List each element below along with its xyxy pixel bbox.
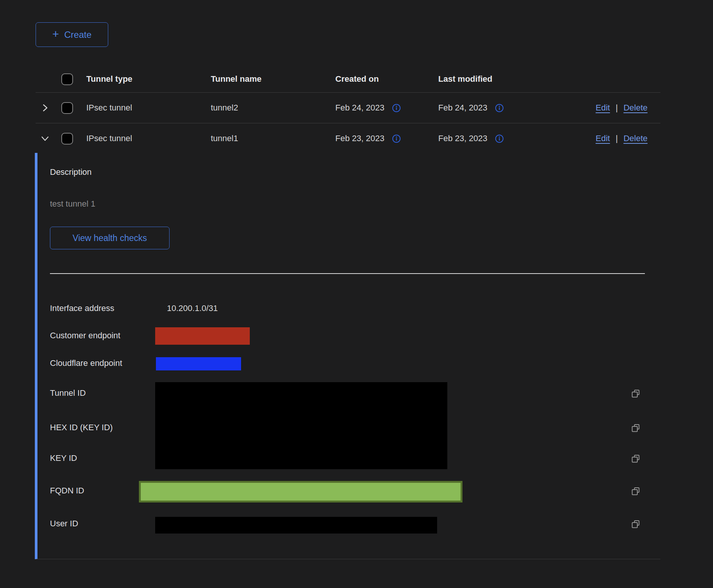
action-separator: | <box>616 134 618 143</box>
edit-link[interactable]: Edit <box>596 134 610 143</box>
copy-fqdn-id-button[interactable] <box>630 486 641 496</box>
edit-link[interactable]: Edit <box>596 103 610 113</box>
copy-user-id-button[interactable] <box>630 519 641 529</box>
interface-address-label: Interface address <box>50 303 114 313</box>
last-modified-cell: Feb 24, 2023 <box>438 103 487 113</box>
chevron-down-icon[interactable] <box>40 134 50 143</box>
section-divider <box>50 273 645 274</box>
info-icon[interactable] <box>495 104 504 112</box>
info-icon[interactable] <box>495 134 504 143</box>
info-icon[interactable] <box>392 104 401 112</box>
table-row-tunnel1: IPsec tunnel tunnel1 Feb 23, 2023 Feb 23… <box>36 123 660 154</box>
hex-id-label: HEX ID (KEY ID) <box>50 423 113 432</box>
row-checkbox-tunnel2[interactable] <box>61 102 73 114</box>
user-id-label: User ID <box>50 519 78 529</box>
key-id-label: KEY ID <box>50 453 77 463</box>
description-value: test tunnel 1 <box>50 199 95 209</box>
copy-key-id-button[interactable] <box>630 453 641 464</box>
tunnel-type-cell: IPsec tunnel <box>86 103 211 113</box>
column-header-last-modified: Last modified <box>438 74 583 84</box>
description-label: Description <box>50 167 92 177</box>
column-header-tunnel-name: Tunnel name <box>211 74 335 84</box>
view-health-checks-button[interactable]: View health checks <box>50 227 170 249</box>
tunnel-type-cell: IPsec tunnel <box>86 134 211 143</box>
customer-endpoint-redacted-value <box>155 327 250 345</box>
created-on-cell: Feb 24, 2023 <box>335 103 385 113</box>
column-header-tunnel-type: Tunnel type <box>86 74 211 84</box>
delete-link[interactable]: Delete <box>623 134 648 143</box>
table-row-tunnel2: IPsec tunnel tunnel2 Feb 24, 2023 Feb 24… <box>36 93 660 123</box>
action-separator: | <box>616 103 618 113</box>
plus-icon: + <box>52 28 59 40</box>
fqdn-id-label: FQDN ID <box>50 486 84 496</box>
select-all-checkbox[interactable] <box>61 73 73 85</box>
tunnel-name-cell: tunnel2 <box>211 103 335 113</box>
copy-hex-id-button[interactable] <box>630 423 641 433</box>
table-header-row: Tunnel type Tunnel name Created on Last … <box>36 66 660 93</box>
row-checkbox-tunnel1[interactable] <box>61 133 73 145</box>
tunnel-id-label: Tunnel ID <box>50 388 86 398</box>
customer-endpoint-label: Customer endpoint <box>50 331 120 341</box>
create-button[interactable]: + Create <box>36 22 108 47</box>
tunnel-hex-key-ids-redacted-value <box>155 382 447 469</box>
tunnels-table: Tunnel type Tunnel name Created on Last … <box>36 66 660 154</box>
copy-tunnel-id-button[interactable] <box>630 388 641 399</box>
fqdn-id-redacted-value <box>139 481 462 502</box>
cloudflare-endpoint-redacted-value <box>156 357 241 370</box>
interface-address-value: 10.200.1.0/31 <box>167 303 218 313</box>
ipsec-tunnels-page: + Create Tunnel type Tunnel name Created… <box>0 0 713 588</box>
column-header-created-on: Created on <box>335 74 438 84</box>
view-health-checks-label: View health checks <box>73 233 147 243</box>
last-modified-cell: Feb 23, 2023 <box>438 134 487 143</box>
chevron-right-icon[interactable] <box>40 103 50 113</box>
tunnel-details-panel: Description test tunnel 1 View health ch… <box>35 153 660 559</box>
cloudflare-endpoint-label: Cloudflare endpoint <box>50 358 122 368</box>
delete-link[interactable]: Delete <box>623 103 648 113</box>
create-button-label: Create <box>64 30 92 40</box>
info-icon[interactable] <box>392 134 401 143</box>
tunnel-name-cell: tunnel1 <box>211 134 335 143</box>
created-on-cell: Feb 23, 2023 <box>335 134 385 143</box>
user-id-redacted-value <box>155 517 437 534</box>
